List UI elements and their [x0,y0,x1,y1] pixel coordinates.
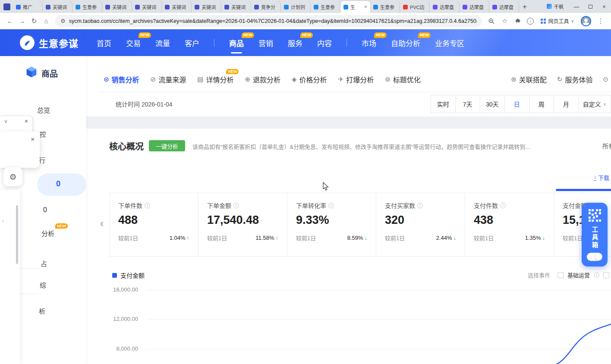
service-icon: ↻ [557,75,563,83]
browser-tab[interactable]: 关键词 [192,1,221,13]
tab-price-analysis[interactable]: ◈价格分析 [292,74,327,85]
info-icon[interactable]: i [594,272,599,278]
maximize-button[interactable] [583,0,597,13]
nav-product[interactable]: 商品NEW [229,35,244,51]
reload-icon[interactable]: ↻ [28,16,40,27]
one-click-analyze-button[interactable]: 一键分析 [149,140,185,151]
browser-tab[interactable]: 达摩盘 [489,1,519,13]
checkbox-clipped[interactable] [603,272,609,278]
browser-tab-active[interactable]: 生× [340,1,370,13]
qianfan-widget[interactable]: 千帆 [547,3,564,10]
download-link[interactable]: ↓ 下载 [594,173,609,182]
browser-tab[interactable]: 生意参 [311,1,340,13]
close-icon[interactable]: × [31,136,35,143]
nav-business-zone[interactable]: 业务专区 [435,35,464,51]
tab-sales-analysis[interactable]: ⊙销售分析 [104,74,139,85]
browser-tab[interactable]: 达摩盘 [460,1,489,13]
tab-detail-analysis[interactable]: ▤详情分析NEW [197,74,233,85]
carousel-left-icon[interactable]: ‹ [100,217,104,229]
tool-service-experience[interactable]: ↻服务体验 [557,74,593,85]
bookmark-star-icon[interactable]: ☆ [498,16,510,27]
settings-gear-button[interactable]: ⚙ [3,167,22,186]
browser-tab[interactable]: 关键词 [221,1,251,13]
nav-service[interactable]: 服务NEW [288,35,302,51]
sidebar-item-overview[interactable]: 总览 [37,105,50,114]
range-realtime[interactable]: 实时 [431,95,456,113]
back-icon[interactable]: ← [4,16,16,27]
web-tools-chip[interactable]: 网页工具 ∨ [537,17,577,25]
close-button[interactable]: × [597,0,611,13]
metric-card-conversion[interactable]: 下单转化率i 9.33% 较前1日8.59%↓ [287,193,376,257]
metric-card-pay-items[interactable]: 支付件数i 438 较前1日1.35%↓ [465,193,554,257]
browser-tab[interactable]: 计划列 [281,1,311,13]
sidebar-item-monitor[interactable]: 控 [40,129,46,138]
browser-tab[interactable]: 关键词 [102,1,132,13]
browser-tab[interactable]: 关键词 [162,1,192,13]
info-icon[interactable]: i [328,203,334,208]
browser-tab[interactable]: 生意参 [72,1,102,13]
home-icon[interactable]: ⌂ [41,16,52,27]
sidebar-item-count[interactable]: 0 [43,206,47,214]
checkbox-basic-ops[interactable] [557,272,564,278]
site-settings-icon[interactable]: ⚙ [60,18,66,24]
forward-icon[interactable]: → [16,16,28,27]
info-icon[interactable]: i [233,203,239,208]
nav-content[interactable]: 内容 [317,35,332,51]
range-week[interactable]: 周 [529,95,554,113]
sidebar-item[interactable]: 析 [39,306,45,315]
browser-tab[interactable]: 关键词 [43,1,72,13]
scrollbar-thumb[interactable] [16,205,18,264]
nav-marketing[interactable]: 营销 [258,35,273,51]
tab-traffic-source[interactable]: ⊘流量来源 [151,74,186,85]
extensions-puzzle-icon[interactable] [511,16,523,27]
range-month[interactable]: 月 [554,95,579,113]
browser-tab[interactable]: 达摩盘 [430,1,460,13]
toolbox-widget[interactable]: 工具箱 [582,203,608,267]
range-7d[interactable]: 7天 [456,95,480,113]
range-30d[interactable]: 30天 [480,95,505,113]
sidebar-item-analysis[interactable]: 分析 [41,229,54,238]
browser-tab[interactable]: 关键词 [132,1,162,13]
browser-tab[interactable]: PVC边 [400,1,430,13]
nav-self-analysis[interactable]: 自助分析NEW [391,35,420,51]
zoom-icon[interactable] [485,16,498,27]
chevron-left-icon[interactable]: ‹ [2,217,4,224]
tab-boost-analysis[interactable]: ✈打爆分析 [338,74,374,85]
metric-card-order-amount[interactable]: 下单金额i 17,540.48 较前1日11.58%↑ [198,193,287,257]
info-icon[interactable]: i [145,203,150,208]
nav-home[interactable]: 首页 [97,35,111,51]
nav-trade[interactable]: 交易NEW [126,35,141,51]
sidebar-item[interactable]: 行 [39,155,45,164]
info-icon[interactable]: i [500,203,506,208]
sycm-logo[interactable] [20,35,35,50]
download-icon[interactable]: ↓ [524,16,536,27]
browser-tab[interactable]: 生意参 [370,1,400,13]
browser-tab[interactable]: 推广 [13,1,43,13]
sidebar-item[interactable]: 综 [40,280,46,289]
floating-window[interactable]: × [0,132,40,168]
browser-tab[interactable]: 竞争分 [251,1,281,13]
sidebar-item-count[interactable]: 0 [56,179,60,188]
minimize-button[interactable]: — [570,0,583,13]
nav-customer[interactable]: 客户 [185,35,199,51]
new-tab-button[interactable]: + [519,1,530,13]
metric-card-pay-buyers[interactable]: 支付买家数i 320 较前1日2.44%↓ [376,193,465,257]
browser-menu-icon[interactable]: ⋮ [595,16,607,27]
nav-market[interactable]: 市场NEW [362,35,376,51]
sidebar-item[interactable]: 占 [41,259,47,268]
range-custom[interactable]: 自定义∨ [579,95,611,113]
toolbox-toggle[interactable] [587,253,602,261]
tab-close-icon[interactable]: × [364,4,367,9]
nav-traffic[interactable]: 流量 [155,35,170,51]
tool-related-match[interactable]: ⊛关联搭配 [511,74,547,85]
address-bar[interactable]: ⚙ sycm.taobao.com/cc/item_archives?activ… [55,15,482,27]
tool-more-clipped[interactable]: ⊙ [603,75,608,83]
metric-card-order-items[interactable]: 下单件数i 488 较前1日1.04%↑ [109,193,198,257]
profile-avatar[interactable] [581,16,591,26]
info-icon[interactable]: i [417,203,423,208]
tab-refund-analysis[interactable]: ⊕退款分析 [245,74,280,85]
tab-title-optimize[interactable]: ⊚标题优化 [385,74,421,85]
toolbox-label: 工具箱 [590,226,599,249]
floating-side-panel[interactable]: ‹ [0,190,20,364]
range-day[interactable]: 日 [505,95,529,113]
